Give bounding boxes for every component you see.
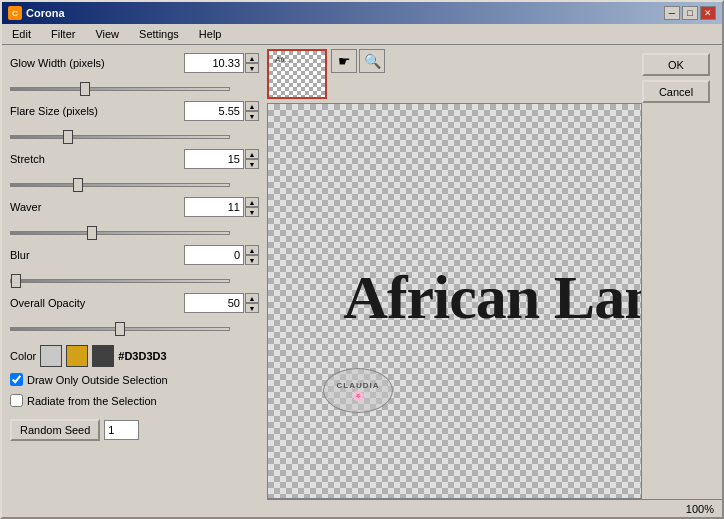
canvas-text: African Lands (343, 262, 642, 333)
opacity-input[interactable] (184, 293, 244, 313)
waver-input[interactable] (184, 197, 244, 217)
close-button[interactable]: ✕ (700, 6, 716, 20)
stretch-input[interactable] (184, 149, 244, 169)
ok-button[interactable]: OK (642, 53, 710, 76)
thumb-text: Afr... (275, 55, 292, 64)
blur-slider[interactable] (10, 279, 230, 283)
stretch-label: Stretch (10, 153, 184, 165)
watermark-text: CLAUDIA (337, 381, 380, 390)
flare-size-input[interactable] (184, 101, 244, 121)
random-seed-button[interactable]: Random Seed (10, 419, 100, 441)
opacity-slider[interactable] (10, 327, 230, 331)
blur-input[interactable] (184, 245, 244, 265)
opacity-down[interactable]: ▼ (245, 303, 259, 313)
stretch-slider[interactable] (10, 183, 230, 187)
waver-down[interactable]: ▼ (245, 207, 259, 217)
random-seed-input[interactable] (104, 420, 139, 440)
waver-row: Waver ▲ ▼ (10, 197, 259, 217)
left-panel: Glow Width (pixels) ▲ ▼ Flare Size (pixe… (2, 45, 267, 517)
radiate-label: Radiate from the Selection (27, 395, 157, 407)
radiate-row: Radiate from the Selection (10, 394, 259, 407)
color-swatch-dark[interactable] (92, 345, 114, 367)
flare-size-row: Flare Size (pixels) ▲ ▼ (10, 101, 259, 121)
draw-outside-label: Draw Only Outside Selection (27, 374, 168, 386)
watermark-overlay: CLAUDIA 🌸 (323, 368, 393, 413)
preview-toolbar: Afr... ☛ 🔍 (267, 49, 642, 99)
app-icon: C (8, 6, 22, 20)
canvas-area: African Lands CLAUDIA 🌸 (267, 103, 642, 499)
color-label: Color (10, 350, 36, 362)
random-seed-row: Random Seed (10, 419, 259, 441)
menu-filter[interactable]: Filter (45, 26, 81, 42)
zoom-tool-button[interactable]: 🔍 (359, 49, 385, 73)
cancel-button[interactable]: Cancel (642, 80, 710, 103)
opacity-label: Overall Opacity (10, 297, 184, 309)
opacity-row: Overall Opacity ▲ ▼ (10, 293, 259, 313)
hand-tool-button[interactable]: ☛ (331, 49, 357, 73)
flare-size-up[interactable]: ▲ (245, 101, 259, 111)
minimize-button[interactable]: ─ (664, 6, 680, 20)
glow-width-label: Glow Width (pixels) (10, 57, 184, 69)
flare-size-slider-container (10, 129, 230, 141)
glow-width-down[interactable]: ▼ (245, 63, 259, 73)
stretch-down[interactable]: ▼ (245, 159, 259, 169)
waver-slider[interactable] (10, 231, 230, 235)
menu-view[interactable]: View (89, 26, 125, 42)
title-bar: C Corona ─ □ ✕ (2, 2, 722, 24)
menu-settings[interactable]: Settings (133, 26, 185, 42)
glow-width-slider[interactable] (10, 87, 230, 91)
color-swatch-gold[interactable] (66, 345, 88, 367)
blur-down[interactable]: ▼ (245, 255, 259, 265)
toolbar-icons: ☛ 🔍 (331, 49, 385, 73)
flare-size-slider[interactable] (10, 135, 230, 139)
waver-up[interactable]: ▲ (245, 197, 259, 207)
status-bar: 100% (267, 499, 722, 517)
glow-width-up[interactable]: ▲ (245, 53, 259, 63)
stretch-slider-container (10, 177, 230, 189)
flare-size-label: Flare Size (pixels) (10, 105, 184, 117)
flare-size-down[interactable]: ▼ (245, 111, 259, 121)
app-window: C Corona ─ □ ✕ Edit Filter View Settings… (0, 0, 724, 519)
blur-label: Blur (10, 249, 184, 261)
radiate-checkbox[interactable] (10, 394, 23, 407)
glow-width-slider-container (10, 81, 230, 93)
color-swatch-gray[interactable] (40, 345, 62, 367)
draw-outside-checkbox[interactable] (10, 373, 23, 386)
waver-label: Waver (10, 201, 184, 213)
window-title: Corona (26, 7, 65, 19)
zoom-level: 100% (686, 503, 714, 515)
menu-help[interactable]: Help (193, 26, 228, 42)
glow-width-input[interactable] (184, 53, 244, 73)
stretch-row: Stretch ▲ ▼ (10, 149, 259, 169)
action-buttons-panel: OK Cancel (642, 45, 722, 499)
menu-edit[interactable]: Edit (6, 26, 37, 42)
draw-outside-row: Draw Only Outside Selection (10, 373, 259, 386)
preview-thumbnail[interactable]: Afr... (267, 49, 327, 99)
waver-slider-container (10, 225, 230, 237)
color-row: Color #D3D3D3 (10, 345, 259, 367)
glow-width-row: Glow Width (pixels) ▲ ▼ (10, 53, 259, 73)
opacity-slider-container (10, 321, 230, 333)
maximize-button[interactable]: □ (682, 6, 698, 20)
menu-bar: Edit Filter View Settings Help (2, 24, 722, 45)
stretch-up[interactable]: ▲ (245, 149, 259, 159)
blur-row: Blur ▲ ▼ (10, 245, 259, 265)
blur-slider-container (10, 273, 230, 285)
blur-up[interactable]: ▲ (245, 245, 259, 255)
opacity-up[interactable]: ▲ (245, 293, 259, 303)
color-hex-value: #D3D3D3 (118, 350, 166, 362)
